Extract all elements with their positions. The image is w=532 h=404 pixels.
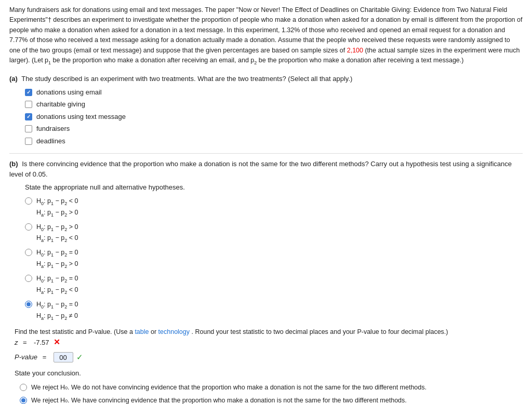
hypothesis-option-4[interactable]: H0: p1 − p2 = 0 Ha: p1 − p2 < 0 — [25, 273, 523, 296]
find-text-1: Find the test statistic and P-value. (Us… — [15, 328, 133, 335]
find-stat-text: Find the test statistic and P-value. (Us… — [9, 327, 523, 337]
list-item[interactable]: charitable giving — [25, 99, 523, 110]
part-b-letter: (b) — [9, 160, 18, 168]
or-text: or — [151, 328, 158, 335]
option-label-1: donations using email — [36, 87, 102, 98]
radio-h3[interactable] — [25, 249, 32, 256]
hypothesis-option-3[interactable]: H0: p1 − p2 = 0 Ha: p1 − p2 > 0 — [25, 247, 523, 270]
hypothesis-text-5: H0: p1 − p2 = 0 Ha: p1 − p2 ≠ 0 — [36, 299, 78, 322]
option-label-2: charitable giving — [36, 99, 85, 110]
checkbox-deadlines[interactable] — [25, 138, 32, 145]
checkbox-charitable-giving[interactable] — [25, 101, 32, 108]
hypothesis-option-2[interactable]: H0: p1 − p2 > 0 Ha: p1 − p2 < 0 — [25, 222, 523, 245]
radio-c1[interactable] — [20, 384, 27, 391]
pvalue-input[interactable] — [54, 352, 73, 362]
option-label-5: deadlines — [36, 136, 65, 146]
list-item[interactable]: deadlines — [25, 136, 523, 146]
option-label-4: fundraisers — [36, 124, 70, 134]
intro-text-5: be the proportion who make a donation af… — [257, 57, 463, 64]
table-link[interactable]: table — [135, 328, 149, 335]
radio-h5[interactable] — [25, 301, 32, 308]
z-label: z — [15, 338, 18, 348]
intro-footnote: † — [48, 16, 51, 23]
hypothesis-text-2: H0: p1 − p2 > 0 Ha: p1 − p2 < 0 — [36, 222, 78, 245]
part-a-options: donations using email charitable giving … — [9, 87, 523, 146]
z-value: -7.57 — [34, 338, 49, 348]
part-b-intro: (b) Is there convincing evidence that th… — [9, 159, 523, 179]
checkbox-donations-text[interactable] — [25, 113, 32, 120]
part-b-question: Is there convincing evidence that the pr… — [9, 160, 512, 178]
z-row: z = -7.57 ✕ — [9, 336, 523, 348]
hypothesis-options: H0: p1 − p2 < 0 Ha: p1 − p2 > 0 H0: p1 −… — [9, 196, 523, 322]
hypothesis-option-5[interactable]: H0: p1 − p2 = 0 Ha: p1 − p2 ≠ 0 — [25, 299, 523, 322]
pvalue-equals: = — [41, 352, 50, 362]
tech-link[interactable]: technology — [158, 328, 190, 335]
hypothesis-text-4: H0: p1 − p2 = 0 Ha: p1 − p2 < 0 — [36, 273, 78, 296]
radio-h1[interactable] — [25, 197, 32, 205]
sample-size-highlight: 2,100 — [347, 47, 363, 54]
pvalue-correct-icon: ✓ — [76, 352, 83, 363]
radio-h4[interactable] — [25, 275, 32, 282]
checkbox-donations-email[interactable] — [25, 89, 32, 96]
part-a-letter: (a) — [9, 75, 18, 83]
list-item[interactable]: fundraisers — [25, 124, 523, 134]
conclusion-option-2[interactable]: We reject H₀. We have convincing evidenc… — [20, 396, 523, 404]
divider-a-b — [9, 153, 523, 154]
state-hypotheses-text: State the appropriate null and alternati… — [9, 182, 523, 193]
part-a: (a) The study described is an experiment… — [9, 74, 523, 146]
hypothesis-option-1[interactable]: H0: p1 − p2 < 0 Ha: p1 − p2 > 0 — [25, 196, 523, 219]
checkbox-fundraisers[interactable] — [25, 125, 32, 132]
part-b: (b) Is there convincing evidence that th… — [9, 159, 523, 404]
radio-h2[interactable] — [25, 223, 32, 231]
conclusion-option-1[interactable]: We reject H₀. We do not have convincing … — [20, 383, 523, 393]
pvalue-row: P-value = ✓ — [9, 352, 523, 363]
conclusion-options: We reject H₀. We do not have convincing … — [9, 383, 523, 404]
part-a-question: The study described is an experiment wit… — [21, 75, 352, 83]
option-label-3: donations using text message — [36, 112, 126, 122]
z-equals: = — [21, 338, 31, 348]
hypothesis-text-1: H0: p1 − p2 < 0 Ha: p1 − p2 > 0 — [36, 196, 78, 219]
intro-paragraph: Many fundraisers ask for donations using… — [9, 5, 523, 66]
intro-text-4: be the proportion who make a donation af… — [51, 57, 254, 64]
state-conclusion-text: State your conclusion. — [9, 368, 523, 379]
find-text-2: . Round your test statistic to two decim… — [192, 328, 448, 335]
list-item[interactable]: donations using text message — [25, 112, 523, 122]
z-incorrect-icon: ✕ — [54, 336, 60, 348]
conclusion-text-1: We reject H₀. We do not have convincing … — [31, 383, 427, 393]
hypothesis-text-3: H0: p1 − p2 = 0 Ha: p1 − p2 > 0 — [36, 247, 78, 270]
radio-c2[interactable] — [20, 397, 27, 404]
list-item[interactable]: donations using email — [25, 87, 523, 98]
conclusion-text-2: We reject H₀. We have convincing evidenc… — [31, 396, 407, 404]
pvalue-label: P-value — [15, 352, 37, 362]
